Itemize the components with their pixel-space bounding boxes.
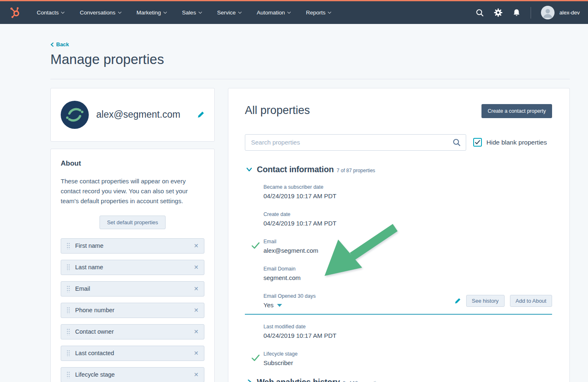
see-history-button[interactable]: See history bbox=[466, 295, 505, 307]
drag-handle-icon[interactable] bbox=[66, 306, 70, 314]
profile-card: alex@segment.com bbox=[50, 88, 215, 142]
hide-blank-properties-toggle[interactable]: Hide blank properties bbox=[473, 138, 547, 147]
pill-label: Last contacted bbox=[75, 350, 194, 356]
create-contact-property-button[interactable]: Create a contact property bbox=[481, 104, 552, 118]
chevron-down-icon bbox=[164, 10, 167, 14]
edit-pencil-icon[interactable] bbox=[455, 298, 461, 304]
drag-handle-icon[interactable] bbox=[66, 328, 70, 335]
property-label: Lifecycle stage bbox=[263, 351, 552, 357]
nav-divider bbox=[531, 7, 531, 19]
nav-item-marketing[interactable]: Marketing bbox=[137, 9, 166, 16]
pill-label: Contact owner bbox=[75, 328, 194, 335]
top-nav: Contacts Conversations Marketing Sales S… bbox=[0, 1, 588, 24]
pill-label: First name bbox=[75, 242, 194, 249]
default-properties-list: First name ✕ Last name ✕ Email ✕ bbox=[61, 238, 204, 382]
search-icon[interactable] bbox=[476, 9, 484, 17]
pill-label: Phone number bbox=[75, 307, 194, 313]
page-divider bbox=[50, 79, 570, 79]
user-menu[interactable]: alex-dev bbox=[541, 6, 580, 19]
remove-icon[interactable]: ✕ bbox=[194, 286, 199, 292]
nav-item-conversations[interactable]: Conversations bbox=[80, 9, 121, 16]
property-label: Last modified date bbox=[263, 324, 552, 330]
chevron-down-icon bbox=[61, 10, 64, 14]
property-value: 04/24/2019 10:17 AM PDT bbox=[263, 332, 552, 339]
gear-icon[interactable] bbox=[494, 8, 503, 17]
hide-blank-label: Hide blank properties bbox=[486, 139, 547, 146]
chevron-down-icon bbox=[287, 10, 291, 14]
remove-icon[interactable]: ✕ bbox=[194, 350, 199, 356]
property-row-became-subscriber-date[interactable]: Became a subscriber date 04/24/2019 10:1… bbox=[245, 181, 552, 203]
drag-handle-icon[interactable] bbox=[66, 263, 70, 271]
nav-item-reports[interactable]: Reports bbox=[306, 9, 331, 16]
back-link[interactable]: Back bbox=[50, 41, 69, 47]
green-check-icon bbox=[251, 242, 260, 251]
add-to-about-button[interactable]: Add to About bbox=[510, 295, 552, 307]
section-count: 7 of 87 properties bbox=[337, 165, 375, 173]
property-pill-email[interactable]: Email ✕ bbox=[61, 281, 204, 297]
chevron-down-icon bbox=[118, 10, 121, 14]
property-value: Subscriber bbox=[263, 359, 552, 366]
property-pill-contact-owner[interactable]: Contact owner ✕ bbox=[61, 324, 204, 339]
hide-blank-checkbox[interactable] bbox=[473, 138, 482, 147]
segment-logo bbox=[61, 101, 89, 129]
user-name: alex-dev bbox=[560, 9, 580, 16]
property-row-last-modified-date[interactable]: Last modified date 04/24/2019 10:17 AM P… bbox=[245, 320, 552, 343]
remove-icon[interactable]: ✕ bbox=[194, 264, 199, 270]
drag-handle-icon[interactable] bbox=[66, 349, 70, 357]
all-properties-panel: All properties Create a contact property bbox=[228, 88, 570, 382]
nav-item-sales[interactable]: Sales bbox=[182, 9, 202, 16]
nav-item-automation[interactable]: Automation bbox=[257, 9, 290, 16]
property-pill-lifecycle-stage[interactable]: Lifecycle stage ✕ bbox=[61, 367, 204, 382]
section-title: Contact information bbox=[257, 165, 334, 174]
drag-handle-icon[interactable] bbox=[66, 285, 70, 292]
chevron-right-icon[interactable] bbox=[246, 379, 253, 382]
check-icon bbox=[475, 140, 480, 145]
contact-information-rows: Became a subscriber date 04/24/2019 10:1… bbox=[245, 181, 552, 370]
nav-item-label: Marketing bbox=[137, 9, 161, 16]
nav-item-service[interactable]: Service bbox=[217, 9, 241, 16]
property-label: Create date bbox=[263, 211, 552, 217]
bell-icon[interactable] bbox=[512, 9, 521, 17]
about-title: About bbox=[61, 159, 204, 168]
nav-item-label: Sales bbox=[182, 9, 196, 16]
section-count: 8 of 18 properties bbox=[343, 378, 381, 382]
remove-icon[interactable]: ✕ bbox=[194, 372, 199, 377]
about-card: About These contact properties will appe… bbox=[50, 149, 215, 382]
property-row-email[interactable]: Email alex@segment.com bbox=[245, 235, 552, 258]
property-pill-first-name[interactable]: First name ✕ bbox=[61, 238, 204, 254]
page-title: Manage properties bbox=[50, 52, 570, 67]
property-pill-last-contacted[interactable]: Last contacted ✕ bbox=[61, 346, 204, 361]
remove-icon[interactable]: ✕ bbox=[194, 243, 199, 249]
property-pill-last-name[interactable]: Last name ✕ bbox=[61, 260, 204, 275]
property-value: alex@segment.com bbox=[263, 247, 552, 254]
chevron-down-icon bbox=[198, 10, 202, 14]
chevron-down-icon bbox=[328, 10, 331, 14]
property-row-email-opened-30-days[interactable]: Email Opened 30 days Yes See history Add… bbox=[245, 290, 552, 315]
hubspot-logo-icon[interactable] bbox=[9, 6, 22, 19]
nav-item-label: Service bbox=[217, 9, 236, 16]
section-header-web-analytics-history[interactable]: Web analytics history 8 of 18 properties bbox=[245, 377, 552, 382]
search-icon[interactable] bbox=[453, 138, 461, 148]
chevron-left-icon bbox=[50, 43, 54, 47]
search-properties-input[interactable] bbox=[245, 134, 466, 151]
edit-email-pencil-icon[interactable] bbox=[197, 111, 204, 118]
nav-item-contacts[interactable]: Contacts bbox=[37, 9, 64, 16]
drag-handle-icon[interactable] bbox=[66, 242, 70, 249]
green-check-icon bbox=[251, 354, 260, 363]
section-header-contact-information[interactable]: Contact information 7 of 87 properties bbox=[245, 165, 552, 174]
chevron-down-icon[interactable] bbox=[246, 166, 253, 173]
property-value: 04/24/2019 10:17 AM PDT bbox=[263, 220, 552, 227]
property-row-create-date[interactable]: Create date 04/24/2019 10:17 AM PDT bbox=[245, 208, 552, 230]
dropdown-caret-icon[interactable] bbox=[277, 304, 282, 307]
remove-icon[interactable]: ✕ bbox=[194, 329, 199, 335]
search-box bbox=[245, 134, 466, 151]
nav-item-label: Conversations bbox=[80, 9, 115, 16]
property-row-email-domain[interactable]: Email Domain segment.com bbox=[245, 263, 552, 285]
drag-handle-icon[interactable] bbox=[66, 371, 70, 378]
property-row-lifecycle-stage[interactable]: Lifecycle stage Subscriber bbox=[245, 348, 552, 370]
avatar bbox=[541, 6, 555, 19]
remove-icon[interactable]: ✕ bbox=[194, 307, 199, 313]
set-default-properties-button[interactable]: Set default properties bbox=[100, 216, 166, 229]
property-value: Yes bbox=[263, 301, 273, 308]
property-pill-phone-number[interactable]: Phone number ✕ bbox=[61, 303, 204, 318]
